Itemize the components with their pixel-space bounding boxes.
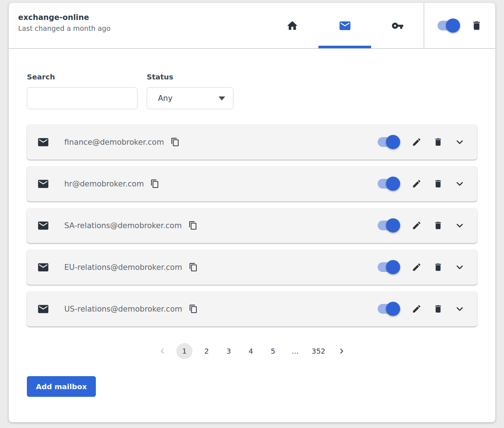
mailbox-email: US-relations@demobroker.com: [64, 305, 182, 313]
mailbox-enabled-toggle[interactable]: [378, 304, 400, 314]
mailbox-row: EU-relations@demobroker.com: [27, 250, 477, 285]
copy-email-button[interactable]: [189, 304, 198, 313]
status-select[interactable]: Any: [147, 87, 233, 109]
mailbox-icon: [37, 219, 49, 232]
integration-card: exchange-online Last changed a month ago: [9, 3, 495, 422]
page-list: 1 2 3 4 5 ... 352: [176, 343, 328, 359]
home-icon: [286, 20, 298, 32]
status-label: Status: [147, 73, 233, 81]
delete-integration-button[interactable]: [471, 20, 482, 31]
card-content: Search Status Any finance@demobroker.com: [9, 73, 495, 397]
delete-mailbox-button[interactable]: [433, 137, 443, 147]
page-button[interactable]: ...: [287, 343, 303, 359]
copy-email-button[interactable]: [188, 221, 198, 230]
page-button[interactable]: 1: [176, 343, 192, 359]
search-filter: Search: [27, 73, 138, 109]
page-button[interactable]: 352: [309, 343, 328, 359]
status-filter: Status Any: [147, 73, 233, 109]
toggle-thumb: [386, 177, 400, 191]
header-info: exchange-online Last changed a month ago: [9, 3, 266, 48]
mailbox-row: finance@demobroker.com: [27, 124, 477, 160]
mailbox-enabled-toggle[interactable]: [378, 262, 400, 272]
edit-mailbox-button[interactable]: [412, 137, 422, 147]
mailbox-email: SA-relations@demobroker.com: [64, 221, 182, 230]
edit-mailbox-button[interactable]: [412, 221, 422, 230]
card-header: exchange-online Last changed a month ago: [9, 3, 495, 49]
mailbox-icon: [37, 261, 49, 273]
mailbox-icon: [37, 178, 49, 190]
mailbox-actions: [378, 179, 465, 189]
search-label: Search: [27, 73, 138, 81]
key-icon: [391, 20, 404, 32]
tab-bar: [266, 3, 424, 48]
mailbox-list: finance@demobroker.com: [27, 124, 477, 326]
delete-mailbox-button[interactable]: [433, 262, 443, 272]
mailbox-row: SA-relations@demobroker.com: [27, 208, 477, 243]
toggle-thumb: [386, 302, 400, 316]
page-title: exchange-online: [18, 13, 266, 22]
expand-mailbox-chevron-icon[interactable]: [455, 262, 465, 272]
mailbox-actions: [378, 221, 465, 231]
header-actions: [424, 3, 495, 48]
toggle-thumb: [386, 135, 400, 149]
page-button[interactable]: 4: [243, 343, 259, 359]
mailbox-actions: [378, 137, 465, 147]
toggle-thumb: [386, 260, 400, 274]
copy-email-button[interactable]: [150, 179, 159, 188]
previous-page-button[interactable]: [154, 343, 170, 359]
mailbox-email: finance@demobroker.com: [64, 138, 164, 147]
page-button[interactable]: 5: [265, 343, 281, 359]
add-mailbox-button[interactable]: Add mailbox: [27, 376, 96, 397]
page-button[interactable]: 2: [199, 343, 215, 359]
mailbox-actions: [378, 304, 465, 314]
chevron-down-icon: [219, 96, 225, 100]
status-selected-value: Any: [158, 94, 172, 103]
expand-mailbox-chevron-icon[interactable]: [455, 221, 465, 231]
edit-mailbox-button[interactable]: [412, 179, 422, 189]
integration-enabled-toggle[interactable]: [438, 21, 460, 30]
mailbox-row: hr@demobroker.com: [27, 166, 477, 201]
edit-mailbox-button[interactable]: [412, 304, 422, 314]
mail-icon: [338, 19, 351, 32]
toggle-thumb: [386, 218, 400, 232]
expand-mailbox-chevron-icon[interactable]: [455, 179, 465, 189]
expand-mailbox-chevron-icon[interactable]: [455, 137, 465, 147]
copy-email-button[interactable]: [171, 137, 180, 147]
edit-mailbox-button[interactable]: [412, 262, 422, 272]
next-page-button[interactable]: [334, 343, 350, 359]
expand-mailbox-chevron-icon[interactable]: [455, 304, 465, 314]
mailbox-icon: [37, 136, 49, 148]
delete-mailbox-button[interactable]: [433, 179, 443, 189]
mailbox-email: hr@demobroker.com: [64, 180, 144, 188]
mailbox-row: US-relations@demobroker.com: [27, 291, 477, 326]
mailbox-enabled-toggle[interactable]: [378, 221, 400, 230]
search-input[interactable]: [27, 87, 138, 109]
page-button[interactable]: 3: [221, 343, 237, 359]
mailbox-enabled-toggle[interactable]: [378, 137, 400, 147]
mailbox-actions: [378, 262, 465, 272]
mailbox-icon: [37, 303, 49, 315]
mailbox-enabled-toggle[interactable]: [378, 179, 400, 189]
tab-home[interactable]: [266, 3, 318, 48]
toggle-thumb: [446, 18, 460, 33]
delete-mailbox-button[interactable]: [433, 304, 443, 314]
last-changed-text: Last changed a month ago: [18, 24, 266, 32]
copy-email-button[interactable]: [189, 263, 198, 272]
tab-credentials[interactable]: [371, 3, 424, 48]
mailbox-email: EU-relations@demobroker.com: [64, 263, 182, 272]
pagination: 1 2 3 4 5 ... 352: [27, 343, 477, 359]
filters: Search Status Any: [27, 73, 477, 109]
tab-mailboxes[interactable]: [318, 3, 371, 48]
delete-mailbox-button[interactable]: [433, 221, 443, 230]
